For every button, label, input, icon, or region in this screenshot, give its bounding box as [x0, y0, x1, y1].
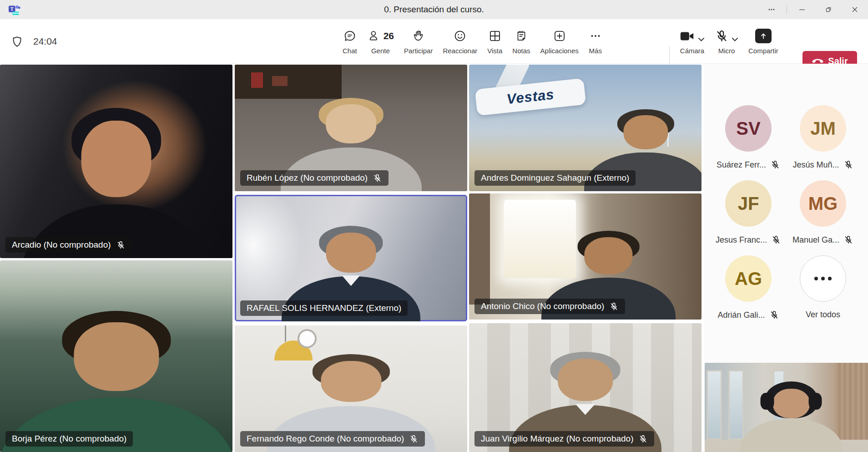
video-tile-juan[interactable]: Juan Virgilio Márquez (No comprobado) [469, 323, 701, 452]
mic-muted-icon [843, 235, 853, 245]
raise-hand-icon [412, 29, 425, 43]
participant-name-tag: RAFAEL SOLIS HERNANDEZ (Externo) [240, 300, 408, 316]
more-ellipsis-icon [589, 29, 602, 43]
turbine-nacelle-decor: Vestas [475, 78, 586, 116]
avatar-mg[interactable]: MG Manuel Ga... [784, 180, 862, 245]
avatar-name: Adrián Gali... [717, 310, 765, 320]
minimize-icon [797, 5, 807, 14]
restore-icon [824, 5, 833, 14]
camera-button[interactable]: Cámara [675, 19, 710, 64]
participant-name-tag: Antonio Chico (No comprobado) [474, 299, 625, 314]
avatar-name: Jesus Franc... [716, 235, 767, 245]
clock-decor [298, 329, 317, 348]
meeting-timer-area: 24:04 [11, 19, 57, 64]
titlebar-more-button[interactable] [758, 0, 785, 19]
avatar-jm[interactable]: JM Jesús Muñ... [784, 105, 862, 170]
chevron-down-icon [732, 37, 738, 42]
participant-name: Arcadio (No comprobado) [12, 240, 111, 250]
participant-name-tag: Fernando Rego Conde (No comprobado) [240, 431, 425, 447]
avatar-name: Jesús Muñ... [792, 160, 839, 170]
mic-button[interactable]: Micro [710, 19, 743, 64]
meeting-title: 0. Presentación del curso. [0, 0, 868, 19]
avatar-initials: AG [725, 255, 772, 302]
video-tile-fernando[interactable]: Fernando Rego Conde (No comprobado) [235, 325, 467, 452]
participant-name: Andres Dominguez Sahagun (Externo) [481, 173, 629, 183]
minimize-button[interactable] [789, 0, 815, 19]
participant-silhouette [19, 108, 214, 258]
avatar-initials: JM [800, 105, 846, 152]
share-icon [755, 29, 772, 43]
see-all-label: Ver todos [806, 310, 840, 320]
participant-name: Juan Virgilio Márquez (No comprobado) [481, 434, 633, 444]
avatar-name: Manuel Ga... [792, 235, 839, 245]
vestas-text: Vestas [506, 86, 555, 107]
self-view-video[interactable] [705, 363, 868, 452]
apps-button[interactable]: Aplicaciones [535, 19, 584, 64]
participant-name: Rubén López (No comprobado) [247, 173, 368, 183]
mic-muted-icon [609, 302, 619, 311]
people-icon [367, 29, 381, 43]
participant-name-tag: Arcadio (No comprobado) [5, 237, 132, 253]
mic-muted-icon [769, 310, 779, 320]
see-all-ellipsis-icon [800, 255, 846, 302]
mic-muted-icon [373, 173, 382, 183]
video-tile-ruben[interactable]: Rubén López (No comprobado) [235, 65, 467, 191]
video-tile-antonio[interactable]: Antonio Chico (No comprobado) [469, 193, 701, 320]
notes-button[interactable]: Notas [507, 19, 535, 64]
meeting-timer: 24:04 [33, 36, 57, 47]
participant-name-tag: Juan Virgilio Márquez (No comprobado) [474, 431, 654, 447]
participant-name: RAFAEL SOLIS HERNANDEZ (Externo) [247, 303, 401, 313]
participant-name-tag: Rubén López (No comprobado) [240, 170, 389, 186]
mic-muted-icon [843, 160, 853, 170]
video-tile-borja[interactable]: Borja Pérez (No comprobado) [0, 260, 232, 452]
grid-view-icon [488, 29, 502, 43]
meeting-toolbar: 24:04 Chat 26 Gente Participar [0, 19, 868, 64]
participant-name: Fernando Rego Conde (No comprobado) [247, 434, 404, 444]
mic-muted-icon [638, 434, 648, 444]
avatar-jf[interactable]: JF Jesus Franc... [710, 180, 787, 245]
react-button[interactable]: Reaccionar [438, 19, 482, 64]
self-silhouette [740, 381, 843, 452]
video-tile-arcadio[interactable]: Arcadio (No comprobado) [0, 65, 232, 258]
mic-muted-icon [771, 235, 781, 245]
view-button[interactable]: Vista [482, 19, 507, 64]
restore-button[interactable] [815, 0, 842, 19]
participant-name: Antonio Chico (No comprobado) [481, 301, 604, 311]
notes-icon [515, 29, 528, 43]
avatar-name: Suárez Ferr... [717, 160, 766, 170]
avatar-initials: JF [725, 180, 772, 227]
participant-name-tag: Borja Pérez (No comprobado) [5, 431, 133, 447]
window-titlebar: T NEW 0. Presentación del curso. [0, 0, 868, 19]
participant-name: Borja Pérez (No comprobado) [12, 434, 126, 444]
mic-muted-icon [116, 240, 126, 250]
avatar-sv[interactable]: SV Suárez Ferr... [710, 105, 787, 170]
shield-icon [11, 35, 23, 48]
titlebar-divider [787, 5, 787, 15]
mic-muted-icon [715, 29, 729, 43]
see-all-button[interactable]: Ver todos [784, 255, 862, 320]
avatar-ag[interactable]: AG Adrián Gali... [710, 255, 787, 320]
smiley-icon [453, 29, 467, 43]
participant-name-tag: Andres Dominguez Sahagun (Externo) [474, 170, 636, 186]
chevron-down-icon [698, 37, 705, 42]
hangup-icon [812, 58, 824, 64]
mic-muted-icon [770, 160, 780, 170]
raise-hand-button[interactable]: Participar [399, 19, 438, 64]
avatar-initials: MG [800, 180, 846, 227]
mic-muted-icon [409, 434, 419, 444]
video-tile-rafael[interactable]: RAFAEL SOLIS HERNANDEZ (Externo) [235, 195, 467, 321]
close-icon [850, 5, 859, 14]
chat-button[interactable]: Chat [338, 19, 362, 64]
avatar-initials: SV [725, 105, 772, 152]
chat-icon [343, 29, 357, 43]
ellipsis-icon [767, 5, 776, 14]
close-button[interactable] [842, 0, 868, 19]
share-button[interactable]: Compartir [743, 19, 783, 64]
apps-plus-icon [553, 29, 566, 43]
people-button[interactable]: 26 Gente [362, 19, 399, 64]
participants-count: 26 [384, 30, 394, 41]
more-button[interactable]: Más [584, 19, 607, 64]
camera-icon [680, 30, 695, 42]
video-tile-andres[interactable]: Vestas Andres Dominguez Sahagun (Externo… [469, 65, 701, 191]
